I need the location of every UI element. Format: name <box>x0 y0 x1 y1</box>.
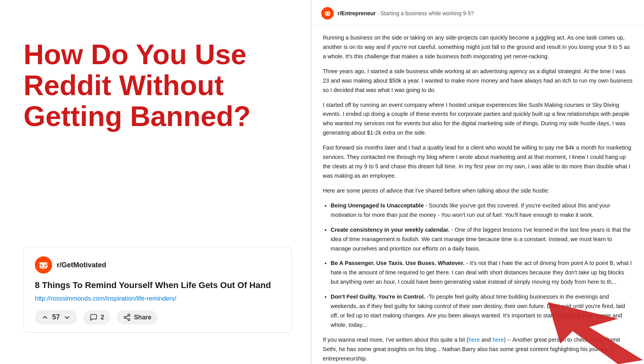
list-item-3-bold: Be A Passenger. Use Taxis. Use Buses. Wh… <box>331 260 465 266</box>
right-panel-header: r/Entrepreneur · Starting a business whi… <box>312 0 644 25</box>
list-item-3: Be A Passenger. Use Taxis. Use Buses. Wh… <box>331 259 633 287</box>
comment-p3: I started off by running an event compan… <box>323 101 633 138</box>
subreddit-name[interactable]: r/GetMotivated <box>57 261 106 269</box>
left-panel: How Do You Use Reddit Without Getting Ba… <box>0 0 311 364</box>
r-thread-title: Starting a business while working 9-5? <box>380 10 474 16</box>
list-item-1-bold: Being Unengaged Is Unacceptable <box>331 202 424 209</box>
main-heading: How Do You Use Reddit Without Getting Ba… <box>24 39 292 132</box>
link-here-1[interactable]: here <box>469 337 480 343</box>
comment-body: Running a business on the side or taking… <box>312 25 644 364</box>
post-actions: 57 2 Share <box>35 310 280 324</box>
link-here-2[interactable]: here <box>492 337 504 343</box>
list-item-4: Don't Feel Guilty. You're in Control. -T… <box>331 292 633 330</box>
vote-count: 57 <box>52 313 60 321</box>
r-subreddit-name[interactable]: r/Entrepreneur <box>338 10 376 16</box>
comment-count: 2 <box>101 314 104 321</box>
svg-point-8 <box>124 316 126 318</box>
share-label: Share <box>134 314 151 321</box>
post-link[interactable]: http://rosssimmonds.com/inspiration/life… <box>35 295 280 302</box>
svg-point-3 <box>44 265 46 267</box>
comments-button[interactable]: 2 <box>83 310 110 324</box>
list-item-4-bold: Don't Feel Guilty. You're in Control. <box>331 294 425 300</box>
subreddit-avatar <box>35 256 52 274</box>
svg-line-10 <box>126 318 128 319</box>
share-icon <box>123 314 131 321</box>
svg-point-15 <box>328 13 329 14</box>
svg-point-6 <box>47 263 49 265</box>
svg-point-2 <box>41 265 43 267</box>
advice-list: Being Unengaged Is Unacceptable - Sounds… <box>331 201 633 330</box>
post-card: r/GetMotivated 8 Things To Remind Yourse… <box>24 247 292 333</box>
svg-point-7 <box>128 314 130 316</box>
list-item-2: Create consistency in your weekly calend… <box>331 225 633 254</box>
vote-button[interactable]: 57 <box>35 310 77 324</box>
r-subreddit-info: r/Entrepreneur · Starting a business whi… <box>338 10 474 16</box>
svg-point-9 <box>128 319 130 321</box>
comment-p2: Three years ago, I started a side busine… <box>323 67 633 95</box>
svg-point-18 <box>329 12 331 13</box>
r-separator: · <box>377 10 379 16</box>
post-title: 8 Things To Remind Yourself When Life Ge… <box>35 280 280 291</box>
list-item-1: Being Unengaged Is Unacceptable - Sounds… <box>331 201 633 220</box>
svg-point-14 <box>326 13 327 14</box>
right-panel: r/Entrepreneur · Starting a business whi… <box>311 0 644 364</box>
comment-p4: Fast forward six months later and I had … <box>323 143 633 181</box>
comment-p1: Running a business on the side or taking… <box>323 33 633 61</box>
list-item-2-bold: Create consistency in your weekly calend… <box>331 227 450 233</box>
comment-closing: If you wanna read more, I've written abo… <box>323 335 633 364</box>
r-subreddit-avatar <box>321 7 334 20</box>
downvote-icon <box>63 314 71 321</box>
svg-line-11 <box>126 315 128 317</box>
comment-icon <box>90 314 98 321</box>
comment-p5: Here are some pieces of advice that I've… <box>323 186 633 196</box>
upvote-icon <box>41 314 49 321</box>
share-button[interactable]: Share <box>117 310 157 324</box>
post-meta: r/GetMotivated <box>35 256 280 274</box>
